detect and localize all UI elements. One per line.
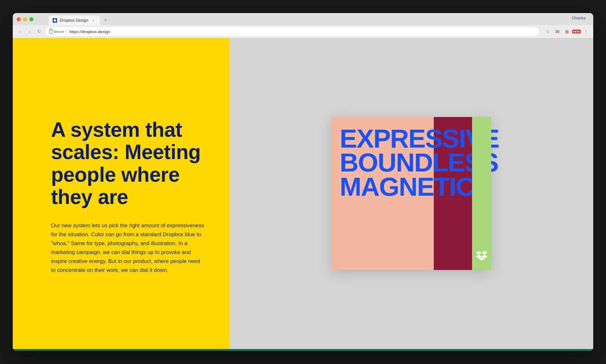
tab-close-button[interactable]: × [91, 18, 96, 23]
refresh-button[interactable]: ↻ [36, 28, 43, 35]
maximize-button[interactable] [29, 17, 33, 21]
active-tab[interactable]: Dropbox Design × [49, 16, 100, 25]
address-divider: | [66, 29, 68, 34]
secure-badge: Secure [49, 30, 64, 33]
design-card: EXPRESSIVE BOUNDLESS MAGNETIC [332, 117, 491, 270]
lock-icon [49, 30, 52, 34]
word-magnetic: MAGNETIC [340, 175, 426, 199]
main-heading: A system that scales: Meeting people whe… [51, 119, 204, 208]
card-words: EXPRESSIVE BOUNDLESS MAGNETIC [340, 127, 426, 199]
menu-icon[interactable]: ⋮ [582, 28, 589, 35]
card-main: EXPRESSIVE BOUNDLESS MAGNETIC [332, 117, 434, 270]
forward-button[interactable]: › [26, 28, 33, 35]
toolbar-right: ☆ ✉ ⊕ NEW ⋮ [544, 28, 589, 35]
new-badge: NEW [572, 30, 581, 33]
profile-name: Chantra [572, 16, 586, 20]
dropbox-logo [476, 251, 487, 260]
address-bar[interactable]: Secure | https://dropbox.design [45, 27, 539, 36]
body-text: Our new system lets us pick the right am… [51, 221, 204, 275]
traffic-lights [17, 17, 33, 21]
minimize-button[interactable] [23, 17, 27, 21]
url-text: https://dropbox.design [70, 29, 110, 34]
word-boundless: BOUNDLESS [340, 150, 426, 174]
browser-chrome: Dropbox Design × + Chantra ‹ › ↻ [13, 13, 593, 38]
card-strip-green [472, 117, 491, 270]
bookmark-icon[interactable]: ☆ [544, 28, 551, 35]
tab-title: Dropbox Design [60, 18, 88, 23]
browser-window: Dropbox Design × + Chantra ‹ › ↻ [13, 13, 593, 351]
bottom-bar [13, 349, 593, 351]
title-bar: Dropbox Design × + Chantra [13, 13, 593, 25]
extension-icon[interactable]: NEW [573, 28, 580, 35]
left-panel: A system that scales: Meeting people whe… [13, 38, 230, 349]
right-panel: EXPRESSIVE BOUNDLESS MAGNETIC [230, 38, 593, 349]
pinterest-icon[interactable]: ⊕ [563, 28, 570, 35]
new-tab-button[interactable]: + [101, 16, 110, 25]
tab-favicon [53, 18, 57, 23]
word-expressive: EXPRESSIVE [340, 127, 426, 150]
address-bar-row: ‹ › ↻ Secure | https://dropbox.design ☆ … [13, 25, 593, 38]
page-content: A system that scales: Meeting people whe… [13, 38, 593, 349]
back-button[interactable]: ‹ [17, 28, 24, 35]
close-button[interactable] [17, 17, 21, 21]
mail-icon[interactable]: ✉ [554, 28, 561, 35]
